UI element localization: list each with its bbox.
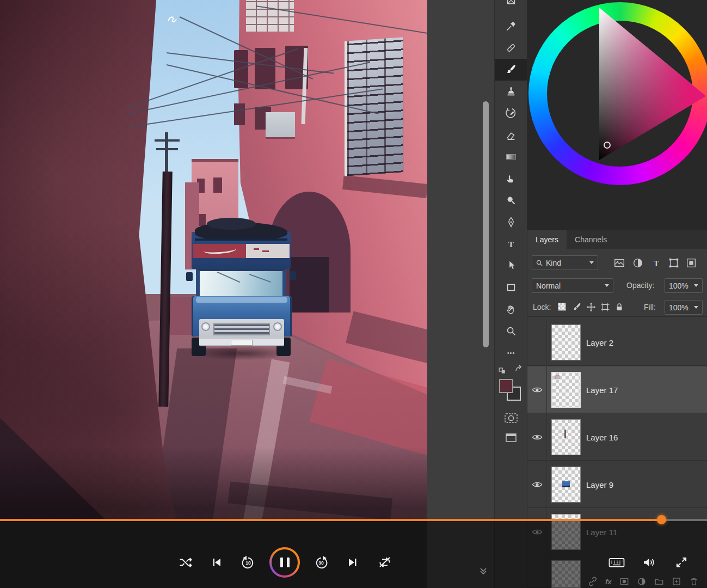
painting-window-grid [246,0,294,32]
painting-arch-door [290,257,329,313]
kind-filter-dropdown[interactable]: Kind [532,255,598,270]
layer-name-label: Layer 9 [586,480,613,489]
fx-icon[interactable]: fx [605,578,612,586]
tab-channels[interactable]: Channels [567,230,615,249]
link-layers-icon[interactable] [588,577,598,586]
eyedropper-tool[interactable] [495,15,527,37]
volume-button[interactable] [642,555,656,569]
layer-name: Layer 16 [586,414,618,461]
gradient-tool[interactable] [495,146,527,168]
filter-shape-icon[interactable] [668,257,680,269]
blend-mode-dropdown[interactable]: Normal [532,278,613,293]
tool-list: T ••• [495,15,527,364]
layer-name-label: Layer 17 [586,385,618,395]
screen-mode-icon[interactable] [505,432,518,444]
chevron-down-icon [589,261,594,264]
healing-brush-tool[interactable] [495,37,527,59]
filter-smart-object-icon[interactable] [685,257,697,269]
layer-thumbnail[interactable] [551,467,581,503]
filter-adjustment-icon[interactable] [632,257,644,269]
frame-tool-icon[interactable] [495,0,527,13]
painting-barred-window [345,37,403,176]
wiper-mark [249,274,271,283]
pause-button[interactable] [269,547,300,578]
truck-grille [213,323,270,335]
tab-layers[interactable]: Layers [527,230,567,249]
pause-bar [287,558,290,567]
lock-position-icon[interactable] [586,302,596,312]
zoom-tool[interactable] [495,320,527,342]
lock-all-icon[interactable] [614,302,624,312]
shuffle-button[interactable] [179,555,193,569]
layer-thumbnail[interactable] [551,372,581,408]
swap-colors-icon[interactable] [513,364,524,375]
layer-row[interactable]: Layer 11 [527,509,707,555]
opacity-label: Opacity: [626,281,654,290]
layer-row-selected[interactable]: Layer 17 [527,366,707,413]
path-selection-tool[interactable] [495,255,527,277]
type-tool[interactable]: T [495,233,527,255]
pause-bar [280,558,283,567]
rewind-10-button[interactable]: 10 [241,555,256,570]
layer-mask-icon[interactable] [619,577,629,586]
hand-tool[interactable] [495,298,527,320]
truck-grille-unit [199,319,284,346]
previous-button[interactable] [211,556,223,568]
keyboard-shortcuts-button[interactable] [608,556,625,569]
progress-fill [0,519,662,521]
foreground-color-swatch[interactable] [499,379,513,393]
pen-tool[interactable] [495,211,527,233]
edit-toolbar-ellipsis[interactable]: ••• [495,342,527,364]
opacity-dropdown[interactable]: 100% [665,278,703,293]
dodge-tool[interactable] [495,189,527,211]
brush-tool[interactable] [495,59,527,81]
fullscreen-button[interactable] [675,556,688,569]
lock-transparency-icon[interactable] [558,303,566,311]
adjustment-layer-icon[interactable] [637,577,647,586]
layer-thumbnail[interactable] [551,324,581,360]
quick-mask-icon[interactable] [504,412,518,425]
chevron-down-icon [694,284,698,287]
next-button[interactable] [347,556,359,568]
forward-30-button[interactable]: 30 [313,555,329,570]
search-icon [536,260,543,266]
thumb-mark [555,375,560,379]
lock-artboard-icon[interactable] [600,302,610,312]
visibility-toggle[interactable] [527,509,547,555]
repeat-button[interactable] [378,555,392,569]
delete-layer-icon[interactable] [689,577,699,586]
clone-stamp-tool[interactable] [495,81,527,102]
painting-window [234,103,245,125]
visibility-toggle[interactable] [527,414,547,461]
smudge-tool[interactable] [495,168,527,189]
new-layer-icon[interactable] [672,577,681,586]
layer-row[interactable]: Layer 9 [527,461,707,508]
canvas-scrollbar[interactable] [483,101,489,347]
visibility-toggle[interactable] [527,366,547,413]
default-colors-icon[interactable] [498,365,508,375]
history-brush-tool[interactable] [495,102,527,124]
layer-row[interactable]: Layer 2 [527,319,707,366]
layer-name: Layer 17 [586,366,618,413]
visibility-toggle[interactable] [527,556,547,588]
eraser-tool[interactable] [495,124,527,146]
rectangle-tool[interactable] [495,277,527,298]
artwork-canvas[interactable] [0,0,427,588]
filter-pixel-layers-icon[interactable] [613,257,625,269]
fill-dropdown[interactable]: 100% [665,300,703,315]
progress-track[interactable] [0,519,707,521]
visibility-toggle[interactable] [527,319,547,366]
filter-type-icon[interactable]: T [650,257,662,269]
lock-paint-icon[interactable] [572,302,582,312]
tab-layers-label: Layers [536,235,558,244]
group-layers-icon[interactable] [654,577,664,586]
visibility-toggle[interactable] [527,461,547,508]
layer-thumbnail[interactable] [551,560,581,588]
collapse-chevrons-icon[interactable] [479,566,488,575]
layer-thumbnail[interactable] [551,419,581,455]
rewind-10-icon: 10 [241,555,256,570]
color-selector-handle[interactable] [604,142,611,149]
progress-playhead[interactable] [657,515,666,524]
kind-filter-label: Kind [546,259,561,267]
layer-row[interactable]: Layer 16 [527,414,707,461]
